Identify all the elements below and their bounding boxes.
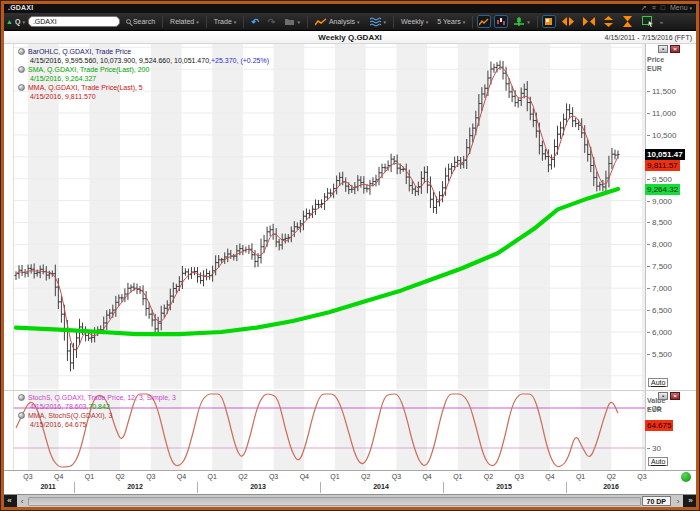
folder-icon [284,17,295,26]
pane-left-border [13,44,14,470]
window-icon[interactable]: □ [661,4,665,11]
price-axis: Price EUR 5,5006,0006,5007,0007,5008,000… [647,55,696,390]
year-label: 2012 [127,483,143,490]
compress-horizontal-button[interactable] [580,16,598,27]
year-separator [443,482,444,493]
redo-button[interactable]: ↷ [265,17,279,27]
selection-rect-icon [642,16,654,27]
pane-minimize-button[interactable]: ▪ [658,392,668,400]
year-label: 2014 [373,483,389,490]
axis-crosshair-icon [514,17,525,27]
zoom-select-button[interactable] [639,15,657,28]
status-green-dot [681,472,691,482]
more-tools-button[interactable]: » [660,19,662,25]
quarter-label: Q3 [392,473,401,480]
pane-minimize-button[interactable]: ▪ [658,45,668,53]
year-label: 2016 [603,483,619,490]
chart-scrollbar[interactable]: « ‹ 70 DP › » [2,494,698,507]
time-axis: Q3Q4Q1Q2Q3Q4Q1Q2Q3Q4Q1Q2Q3Q4Q1Q2Q3Q4Q1Q2… [2,470,698,494]
time-compress-button[interactable] [620,15,636,28]
expand-horizontal-button[interactable] [559,16,577,27]
annotation-button[interactable] [542,15,556,28]
y-tick-label: 8,500 [647,218,672,227]
y-tick-label: 6,500 [647,306,672,315]
undo-button[interactable]: ↶ [248,17,262,27]
quarter-label: Q2 [484,473,493,480]
candle-chart-type-button[interactable] [494,15,508,28]
year-label: 2013 [250,483,266,490]
y-tick-label: 6,000 [647,328,672,337]
scroll-far-left-button[interactable]: « [2,495,17,508]
pane-close-button[interactable]: × [670,392,680,400]
y-tick-label: 11,000 [647,109,676,118]
annotation-icon [544,17,553,26]
axis-settings-dropdown[interactable]: ▾ [511,16,533,28]
quarter-label: Q3 [23,473,32,480]
trade-dropdown[interactable]: Trade▾ [211,17,240,26]
symbol-input[interactable] [28,16,120,27]
year-label: 2015 [496,483,512,490]
quarter-label: Q4 [54,473,63,480]
minimize-icon[interactable]: ≡ [652,4,656,11]
year-separator [320,482,321,493]
symbol-type-selector[interactable]: ▲ Q ▾ [6,18,25,25]
separator [393,16,394,28]
stochastic-chart-plot[interactable] [14,391,645,470]
stoch-axis-auto-button[interactable]: Auto [648,457,668,466]
y-tick-label: 11,500 [647,87,676,96]
arrows-in-icon [583,17,595,26]
price-chart-plot[interactable] [14,44,645,389]
y-tick-label: 9,000 [647,197,672,206]
title-bar: .GDAXI ↗ ≡ □ Menu ▾ [2,2,698,13]
toolbar: ▲ Q ▾ Search Related▾ Trade▾ ↶ ↷ ▾ [2,13,698,31]
quarter-label: Q2 [361,473,370,480]
y-tick-label: 70 [647,404,661,413]
line-chart-type-button[interactable] [477,15,491,28]
menu-button[interactable]: Menu ▾ [670,4,692,11]
waves-dropdown[interactable]: ▾ [366,16,390,28]
chevron-down-icon: ▾ [22,19,25,25]
quarter-label: Q3 [146,473,155,480]
quarter-label: Q2 [238,473,247,480]
scrollbar-track[interactable] [28,497,641,506]
separator [307,16,308,28]
chart-date-range: 4/15/2011 - 7/15/2016 (FFT) [605,34,692,41]
separator [162,16,163,28]
scroll-far-right-button[interactable]: » [683,495,698,508]
price-axis-currency: EUR [647,64,696,73]
quarter-label: Q1 [576,473,585,480]
chart-title: Weekly Q.GDAXI [2,33,698,42]
arrows-out-icon [562,17,574,26]
quarter-label: Q2 [607,473,616,480]
quarter-label: Q3 [637,473,646,480]
range-dropdown[interactable]: 5 Years▾ [434,17,468,26]
analysis-dropdown[interactable]: Analysis▾ [312,17,363,27]
quarter-label: Q3 [515,473,524,480]
y-tick-label: 30 [647,444,661,453]
interval-dropdown[interactable]: Weekly▾ [398,17,431,26]
y-tick-label: 10,500 [647,131,676,140]
quarter-label: Q1 [453,473,462,480]
scroll-left-arrow[interactable]: ‹ [17,497,27,506]
year-separator [74,482,75,493]
window-title: .GDAXI [8,4,33,11]
line-chart-icon [479,18,489,26]
search-button[interactable]: Search [123,17,158,26]
datapoints-button[interactable]: 70 DP [642,496,671,506]
analysis-zigzag-icon [315,18,327,26]
pane-close-button[interactable]: × [670,45,680,53]
open-folder-button[interactable]: ▾ [281,16,303,27]
popout-icon[interactable]: ↗ [641,4,647,12]
scroll-right-arrow[interactable]: › [673,497,683,506]
quarter-label: Q1 [208,473,217,480]
y-tick-label: 8,000 [647,240,672,249]
stoch-pane-buttons: ▪ × [658,392,680,400]
application-window: .GDAXI ↗ ≡ □ Menu ▾ ▲ Q ▾ Search Related… [0,0,700,511]
expand-vertical-button[interactable] [601,15,617,28]
stoch-value-badge: 64.675 [645,420,673,431]
y-tick-label: 9,500 [647,175,672,184]
separator [537,16,538,28]
quarter-label: Q2 [115,473,124,480]
related-dropdown[interactable]: Related▾ [167,17,202,26]
price-axis-auto-button[interactable]: Auto [648,378,668,387]
